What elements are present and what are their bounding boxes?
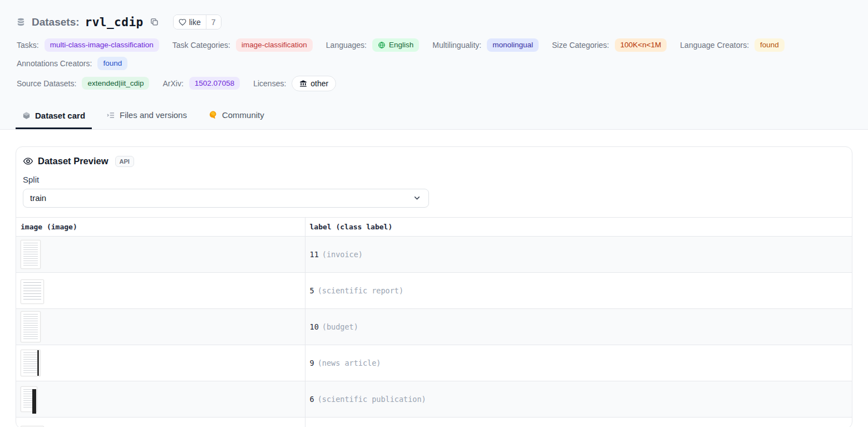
label-number: 10 (310, 322, 319, 331)
tag-pill-languages[interactable]: English (372, 38, 419, 52)
tag-pill-tasks[interactable]: multi-class-image-classification (45, 38, 159, 52)
image-cell (16, 272, 305, 308)
document-thumbnail (21, 350, 41, 376)
tag-pill-task-categories[interactable]: image-classification (236, 38, 313, 52)
title-row: Datasets: rvl_cdip like 7 (17, 14, 851, 30)
tag-pill-language-creators[interactable]: found (754, 38, 785, 52)
bank-icon (299, 80, 307, 87)
tag-label: Size Categories: (552, 41, 609, 50)
table-row: 9(news article) (16, 345, 852, 381)
like-button[interactable]: like (174, 15, 206, 29)
tag-label: Multilinguality: (432, 41, 481, 50)
cube-icon (22, 111, 31, 120)
label-text: (invoice) (322, 250, 363, 259)
files-versions-icon (106, 111, 115, 120)
label-cell: 5(scientific report) (305, 272, 852, 308)
image-cell (16, 381, 305, 417)
table-row: 11(invoice) (16, 236, 852, 272)
tag-pill-licenses[interactable]: other (292, 76, 336, 91)
column-header-label: label (class label) (305, 217, 852, 236)
tag-pill-source-datasets[interactable]: extended|iit_cdip (82, 77, 149, 90)
tag-label: Source Datasets: (17, 79, 76, 88)
tab-label: Files and versions (120, 111, 187, 119)
label-text: (news article) (318, 359, 381, 367)
tag-row-2: Source Datasets: extended|iit_cdip ArXiv… (17, 76, 851, 91)
tab-dataset-card[interactable]: Dataset card (16, 107, 92, 129)
tag-group-task-categories: Task Categories: image-classification (172, 38, 313, 52)
tab-files-and-versions[interactable]: Files and versions (100, 106, 194, 129)
dataset-masthead: Datasets: rvl_cdip like 7 Tasks: multi- (0, 0, 868, 91)
split-label: Split (23, 175, 845, 184)
like-count[interactable]: 7 (206, 15, 221, 29)
label-cell: 10(budget) (305, 308, 852, 345)
tag-pill-annotations-creators[interactable]: found (97, 57, 127, 70)
dataset-preview-card: Dataset Preview API Split train image (i… (16, 146, 852, 427)
tag-label: ArXiv: (162, 79, 183, 88)
tab-community[interactable]: Community (201, 106, 271, 129)
tag-label: Annotations Creators: (17, 59, 92, 68)
tag-group-arxiv: ArXiv: 1502.07058 (162, 77, 240, 90)
image-cell (16, 345, 305, 381)
globe-icon (378, 41, 386, 49)
document-thumbnail (21, 240, 41, 269)
tag-pill-label: other (310, 80, 328, 87)
page-top-section: Datasets: rvl_cdip like 7 Tasks: multi- (0, 0, 868, 130)
document-thumbnail (21, 311, 41, 342)
table-row (16, 417, 852, 427)
like-group: like 7 (173, 14, 221, 30)
datasets-section-label: Datasets: (32, 16, 80, 28)
tag-label: Task Categories: (172, 41, 230, 50)
tag-group-multilinguality: Multilinguality: monolingual (432, 38, 539, 52)
label-text: (scientific publication) (318, 395, 426, 404)
label-cell: 9(news article) (305, 345, 852, 381)
column-header-image: image (image) (16, 217, 305, 236)
tag-pill-multilinguality[interactable]: monolingual (487, 38, 539, 52)
tag-pill-label: English (389, 41, 413, 49)
document-thumbnail (21, 279, 44, 304)
label-cell: 11(invoice) (305, 236, 852, 272)
tag-label: Languages: (326, 41, 367, 50)
table-row: 6(scientific publication) (16, 381, 852, 417)
tag-group-language-creators: Language Creators: found (680, 38, 785, 52)
tag-group-size-categories: Size Categories: 100K<n<1M (552, 38, 667, 52)
label-cell: 6(scientific publication) (305, 381, 852, 417)
community-icon (208, 110, 218, 120)
chevron-down-icon (412, 193, 422, 203)
tab-label: Community (222, 111, 264, 119)
table-row: 10(budget) (16, 308, 852, 345)
tag-group-tasks: Tasks: multi-class-image-classification (17, 38, 159, 52)
tag-group-languages: Languages: English (326, 38, 419, 52)
tag-group-licenses: Licenses: other (253, 76, 336, 91)
tag-label: Licenses: (253, 79, 286, 88)
tag-group-source-datasets: Source Datasets: extended|iit_cdip (17, 77, 149, 90)
main-content: Dataset Preview API Split train image (i… (0, 130, 868, 427)
copy-icon[interactable] (149, 17, 160, 27)
api-badge[interactable]: API (115, 156, 134, 167)
table-header-row: image (image) label (class label) (16, 217, 852, 236)
dataset-name: rvl_cdip (85, 16, 144, 29)
tag-rows: Tasks: multi-class-image-classification … (17, 38, 851, 91)
split-select[interactable]: train (23, 189, 429, 208)
like-label: like (189, 18, 201, 27)
preview-header: Dataset Preview API (16, 154, 852, 169)
image-cell (16, 308, 305, 345)
tag-group-annotations-creators: Annotations Creators: found (17, 57, 127, 70)
tag-pill-arxiv[interactable]: 1502.07058 (189, 77, 240, 90)
split-selected-value: train (30, 193, 46, 203)
label-number: 11 (310, 250, 319, 259)
label-cell (305, 417, 852, 427)
preview-title: Dataset Preview (38, 156, 108, 166)
table-row: 5(scientific report) (16, 272, 852, 308)
tab-label: Dataset card (35, 111, 85, 120)
preview-table: image (image) label (class label) 11(inv… (16, 217, 852, 427)
database-icon (17, 18, 25, 27)
heart-icon (179, 18, 186, 26)
image-cell (16, 417, 305, 427)
eye-icon (23, 156, 33, 166)
document-thumbnail (21, 386, 37, 412)
label-text: (budget) (322, 322, 358, 331)
tag-pill-size-categories[interactable]: 100K<n<1M (615, 38, 667, 52)
tab-bar: Dataset card Files and versions Communit… (0, 97, 868, 129)
label-number: 6 (310, 395, 314, 404)
tag-row-1: Tasks: multi-class-image-classification … (17, 38, 851, 70)
